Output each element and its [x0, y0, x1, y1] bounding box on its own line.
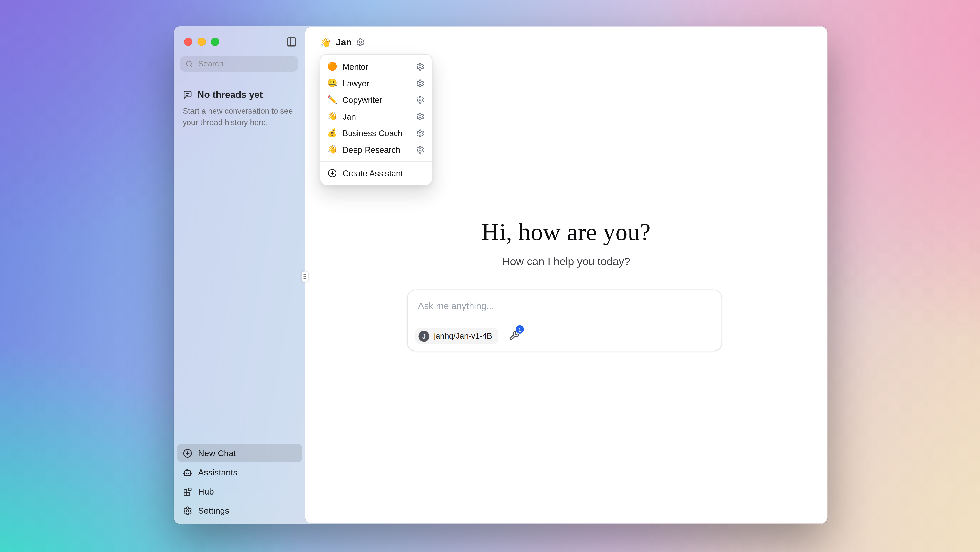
create-assistant-button[interactable]: Create Assistant — [323, 165, 429, 181]
search-box[interactable] — [180, 56, 298, 72]
sidebar-item-hub[interactable]: Hub — [177, 482, 302, 500]
gear-icon — [415, 62, 424, 71]
composer-toolbar: J janhq/Jan-v1-4B 1 — [415, 328, 520, 345]
close-button[interactable] — [184, 38, 192, 46]
assistant-selector[interactable]: 👋 Jan — [316, 33, 370, 51]
sidebar-item-label: Settings — [198, 506, 229, 515]
sidebar-item-settings[interactable]: Settings — [177, 502, 302, 520]
blocks-icon — [183, 487, 192, 496]
sidebar-item-assistants[interactable]: Assistants — [177, 463, 302, 481]
assistant-emoji: 👋 — [327, 112, 337, 120]
assistant-menu-label: Copywriter — [342, 95, 410, 105]
assistant-settings-button[interactable] — [415, 111, 425, 121]
sidebar-item-new-chat[interactable]: New Chat — [177, 444, 302, 462]
app-window: No threads yet Start a new conversation … — [174, 26, 828, 524]
assistant-menu: 🟠 Mentor 🤐 Lawyer ✏️ Copywriter 👋 Jan — [320, 54, 433, 186]
gear-icon — [415, 112, 424, 121]
assistant-menu-label: Mentor — [342, 62, 410, 71]
pane-resize-handle[interactable] — [302, 272, 308, 282]
menu-divider — [320, 161, 432, 162]
sidebar-nav: New Chat Assistants Hub Settings — [177, 444, 302, 520]
assistant-menu-label: Jan — [342, 111, 410, 121]
assistant-menu-item-deep-research[interactable]: 👋 Deep Research — [323, 141, 429, 158]
assistant-menu-label: Deep Research — [342, 145, 410, 154]
threads-empty-state: No threads yet Start a new conversation … — [183, 89, 298, 129]
window-titlebar — [184, 37, 298, 48]
assistant-emoji: 🟠 — [327, 62, 337, 70]
bot-icon — [183, 468, 192, 477]
chat-bubble-icon — [183, 90, 192, 99]
greeting: Hi, how are you? How can I help you toda… — [305, 218, 827, 268]
model-selector[interactable]: J janhq/Jan-v1-4B — [415, 328, 498, 345]
assistant-emoji: 💰 — [327, 129, 337, 137]
gear-icon — [415, 145, 424, 154]
assistant-settings-button[interactable] — [415, 128, 425, 138]
sidebar-item-label: Assistants — [198, 468, 237, 477]
model-name: janhq/Jan-v1-4B — [434, 332, 492, 340]
sidebar-item-label: New Chat — [198, 448, 236, 458]
sidebar: No threads yet Start a new conversation … — [174, 26, 305, 524]
assistant-settings-button[interactable] — [415, 145, 425, 154]
sidebar-toggle-button[interactable] — [285, 35, 298, 48]
sidebar-item-label: Hub — [198, 487, 214, 496]
assistant-settings-button[interactable] — [415, 95, 425, 105]
assistant-settings-button[interactable] — [415, 78, 425, 88]
assistant-emoji: 👋 — [320, 37, 331, 46]
model-avatar: J — [419, 331, 430, 342]
assistant-menu-label: Business Coach — [342, 128, 410, 138]
empty-state-description: Start a new conversation to see your thr… — [183, 105, 295, 129]
greeting-title: Hi, how are you? — [305, 218, 827, 247]
search-input[interactable] — [197, 59, 293, 69]
panel-left-icon — [286, 37, 297, 48]
gear-icon — [415, 95, 424, 104]
message-input[interactable]: Ask me anything... — [408, 290, 722, 311]
gear-icon — [183, 506, 192, 515]
gear-icon — [415, 79, 424, 87]
assistant-emoji: 🤐 — [327, 79, 337, 87]
chat-panel: 👋 Jan 🟠 Mentor 🤐 Lawyer ✏️ Copywrit — [305, 27, 827, 523]
composer[interactable]: Ask me anything... J janhq/Jan-v1-4B 1 — [407, 290, 722, 352]
assistant-menu-item-copywriter[interactable]: ✏️ Copywriter — [323, 91, 429, 108]
create-assistant-label: Create Assistant — [342, 169, 425, 178]
gear-icon — [356, 37, 365, 46]
assistant-menu-label: Lawyer — [342, 78, 410, 88]
assistant-name: Jan — [336, 37, 352, 47]
plus-circle-icon — [328, 169, 337, 178]
zoom-button[interactable] — [211, 38, 219, 46]
search-icon — [185, 60, 193, 68]
assistant-emoji: ✏️ — [327, 95, 337, 103]
plus-circle-icon — [183, 448, 192, 458]
tools-button[interactable]: 1 — [508, 331, 520, 342]
gear-icon — [415, 129, 424, 137]
tools-count-badge: 1 — [515, 325, 525, 334]
minimize-button[interactable] — [197, 38, 206, 46]
desktop-wallpaper: No threads yet Start a new conversation … — [0, 0, 980, 552]
assistant-menu-item-mentor[interactable]: 🟠 Mentor — [323, 58, 429, 75]
greeting-subtitle: How can I help you today? — [305, 255, 827, 268]
assistant-emoji: 👋 — [327, 145, 337, 153]
assistant-settings-button[interactable] — [415, 61, 425, 72]
assistant-menu-item-business-coach[interactable]: 💰 Business Coach — [323, 125, 429, 141]
assistant-menu-item-jan[interactable]: 👋 Jan — [323, 108, 429, 125]
assistant-menu-item-lawyer[interactable]: 🤐 Lawyer — [323, 75, 429, 91]
empty-state-title: No threads yet — [197, 89, 263, 100]
